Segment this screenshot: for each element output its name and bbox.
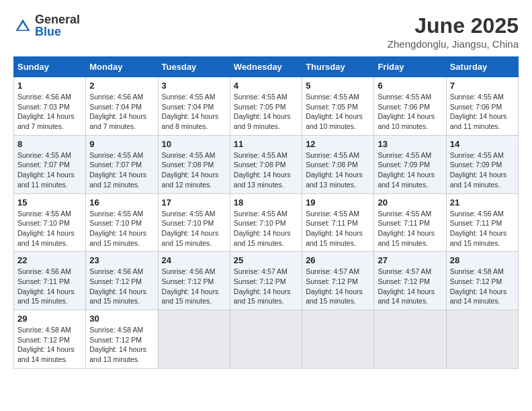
logo-general: General bbox=[35, 13, 80, 26]
day-info-2-2: Sunrise: 4:55 AMSunset: 7:10 PMDaylight:… bbox=[162, 209, 226, 248]
cell-3-2: 24Sunrise: 4:56 AMSunset: 7:12 PMDayligh… bbox=[158, 252, 230, 310]
cell-4-3 bbox=[230, 310, 302, 369]
cell-0-2: 3Sunrise: 4:55 AMSunset: 7:04 PMDaylight… bbox=[158, 77, 230, 136]
cell-3-5: 27Sunrise: 4:57 AMSunset: 7:12 PMDayligh… bbox=[374, 252, 446, 310]
header-saturday: Saturday bbox=[446, 57, 518, 77]
day-number-2-0: 15 bbox=[17, 197, 82, 208]
month-title: June 2025 bbox=[388, 13, 519, 38]
day-number-0-2: 3 bbox=[162, 81, 226, 91]
cell-2-3: 18Sunrise: 4:55 AMSunset: 7:10 PMDayligh… bbox=[230, 193, 302, 252]
day-info-2-6: Sunrise: 4:56 AMSunset: 7:11 PMDaylight:… bbox=[450, 209, 515, 248]
day-number-1-1: 9 bbox=[89, 139, 154, 149]
day-number-3-0: 22 bbox=[17, 255, 82, 265]
cell-4-5 bbox=[374, 310, 446, 369]
week-row-3: 22Sunrise: 4:56 AMSunset: 7:11 PMDayligh… bbox=[14, 252, 519, 310]
cell-1-5: 13Sunrise: 4:55 AMSunset: 7:09 PMDayligh… bbox=[374, 135, 446, 193]
day-number-2-1: 16 bbox=[89, 197, 154, 208]
week-row-0: 1Sunrise: 4:56 AMSunset: 7:03 PMDaylight… bbox=[14, 77, 519, 136]
day-info-0-1: Sunrise: 4:56 AMSunset: 7:04 PMDaylight:… bbox=[89, 92, 154, 132]
day-number-0-4: 5 bbox=[306, 81, 370, 91]
day-number-1-6: 14 bbox=[450, 139, 515, 149]
week-row-1: 8Sunrise: 4:55 AMSunset: 7:07 PMDaylight… bbox=[14, 135, 519, 193]
day-info-2-1: Sunrise: 4:55 AMSunset: 7:10 PMDaylight:… bbox=[89, 209, 154, 248]
header-sunday: Sunday bbox=[14, 57, 86, 77]
day-info-1-6: Sunrise: 4:55 AMSunset: 7:09 PMDaylight:… bbox=[450, 150, 515, 190]
day-number-3-6: 28 bbox=[450, 255, 515, 265]
calendar-table: Sunday Monday Tuesday Wednesday Thursday… bbox=[13, 56, 519, 369]
cell-2-0: 15Sunrise: 4:55 AMSunset: 7:10 PMDayligh… bbox=[14, 193, 86, 252]
day-info-4-0: Sunrise: 4:58 AMSunset: 7:12 PMDaylight:… bbox=[17, 325, 82, 365]
cell-2-1: 16Sunrise: 4:55 AMSunset: 7:10 PMDayligh… bbox=[86, 193, 158, 252]
day-info-1-0: Sunrise: 4:55 AMSunset: 7:07 PMDaylight:… bbox=[17, 150, 82, 190]
day-info-1-3: Sunrise: 4:55 AMSunset: 7:08 PMDaylight:… bbox=[234, 150, 298, 190]
cell-1-3: 11Sunrise: 4:55 AMSunset: 7:08 PMDayligh… bbox=[230, 135, 302, 193]
header-tuesday: Tuesday bbox=[158, 57, 230, 77]
cell-4-0: 29Sunrise: 4:58 AMSunset: 7:12 PMDayligh… bbox=[14, 310, 86, 369]
day-info-4-1: Sunrise: 4:58 AMSunset: 7:12 PMDaylight:… bbox=[89, 325, 154, 365]
header-friday: Friday bbox=[374, 57, 446, 77]
cell-3-3: 25Sunrise: 4:57 AMSunset: 7:12 PMDayligh… bbox=[230, 252, 302, 310]
day-number-1-4: 12 bbox=[306, 139, 370, 149]
day-info-1-2: Sunrise: 4:55 AMSunset: 7:08 PMDaylight:… bbox=[162, 150, 226, 190]
day-info-2-4: Sunrise: 4:55 AMSunset: 7:11 PMDaylight:… bbox=[306, 209, 370, 248]
day-number-2-6: 21 bbox=[450, 197, 515, 208]
day-number-0-0: 1 bbox=[17, 81, 82, 91]
day-info-0-5: Sunrise: 4:55 AMSunset: 7:06 PMDaylight:… bbox=[378, 92, 442, 132]
day-number-2-5: 20 bbox=[378, 197, 442, 208]
day-number-4-0: 29 bbox=[17, 314, 82, 324]
day-info-3-2: Sunrise: 4:56 AMSunset: 7:12 PMDaylight:… bbox=[162, 267, 226, 306]
cell-0-6: 7Sunrise: 4:55 AMSunset: 7:06 PMDaylight… bbox=[446, 77, 518, 136]
cell-2-2: 17Sunrise: 4:55 AMSunset: 7:10 PMDayligh… bbox=[158, 193, 230, 252]
day-info-0-4: Sunrise: 4:55 AMSunset: 7:05 PMDaylight:… bbox=[306, 92, 370, 132]
cell-1-6: 14Sunrise: 4:55 AMSunset: 7:09 PMDayligh… bbox=[446, 135, 518, 193]
day-info-1-4: Sunrise: 4:55 AMSunset: 7:08 PMDaylight:… bbox=[306, 150, 370, 190]
day-number-0-5: 6 bbox=[378, 81, 442, 91]
logo: General Blue bbox=[13, 13, 80, 38]
header-thursday: Thursday bbox=[302, 57, 374, 77]
day-number-2-4: 19 bbox=[306, 197, 370, 208]
cell-3-4: 26Sunrise: 4:57 AMSunset: 7:12 PMDayligh… bbox=[302, 252, 374, 310]
cell-3-0: 22Sunrise: 4:56 AMSunset: 7:11 PMDayligh… bbox=[14, 252, 86, 310]
header-wednesday: Wednesday bbox=[230, 57, 302, 77]
cell-4-1: 30Sunrise: 4:58 AMSunset: 7:12 PMDayligh… bbox=[86, 310, 158, 369]
cell-0-1: 2Sunrise: 4:56 AMSunset: 7:04 PMDaylight… bbox=[86, 77, 158, 136]
day-info-2-0: Sunrise: 4:55 AMSunset: 7:10 PMDaylight:… bbox=[17, 209, 82, 248]
cell-1-0: 8Sunrise: 4:55 AMSunset: 7:07 PMDaylight… bbox=[14, 135, 86, 193]
day-info-3-4: Sunrise: 4:57 AMSunset: 7:12 PMDaylight:… bbox=[306, 267, 370, 306]
location-title: Zhengdonglu, Jiangsu, China bbox=[388, 38, 519, 50]
day-number-3-1: 23 bbox=[89, 255, 154, 265]
day-number-1-3: 11 bbox=[234, 139, 298, 149]
cell-1-2: 10Sunrise: 4:55 AMSunset: 7:08 PMDayligh… bbox=[158, 135, 230, 193]
day-info-2-3: Sunrise: 4:55 AMSunset: 7:10 PMDaylight:… bbox=[234, 209, 298, 248]
day-info-3-3: Sunrise: 4:57 AMSunset: 7:12 PMDaylight:… bbox=[234, 267, 298, 306]
cell-4-6 bbox=[446, 310, 518, 369]
day-number-1-2: 10 bbox=[162, 139, 226, 149]
cell-0-4: 5Sunrise: 4:55 AMSunset: 7:05 PMDaylight… bbox=[302, 77, 374, 136]
day-number-1-0: 8 bbox=[17, 139, 82, 149]
day-info-3-6: Sunrise: 4:58 AMSunset: 7:12 PMDaylight:… bbox=[450, 267, 515, 306]
day-info-0-0: Sunrise: 4:56 AMSunset: 7:03 PMDaylight:… bbox=[17, 92, 82, 132]
page-header: General Blue June 2025 Zhengdonglu, Jian… bbox=[13, 13, 519, 50]
day-info-0-2: Sunrise: 4:55 AMSunset: 7:04 PMDaylight:… bbox=[162, 92, 226, 132]
day-info-3-1: Sunrise: 4:56 AMSunset: 7:12 PMDaylight:… bbox=[89, 267, 154, 306]
cell-1-4: 12Sunrise: 4:55 AMSunset: 7:08 PMDayligh… bbox=[302, 135, 374, 193]
day-info-2-5: Sunrise: 4:55 AMSunset: 7:11 PMDaylight:… bbox=[378, 209, 442, 248]
day-number-2-2: 17 bbox=[162, 197, 226, 208]
cell-0-3: 4Sunrise: 4:55 AMSunset: 7:05 PMDaylight… bbox=[230, 77, 302, 136]
cell-3-1: 23Sunrise: 4:56 AMSunset: 7:12 PMDayligh… bbox=[86, 252, 158, 310]
week-row-4: 29Sunrise: 4:58 AMSunset: 7:12 PMDayligh… bbox=[14, 310, 519, 369]
day-number-3-2: 24 bbox=[162, 255, 226, 265]
day-number-3-4: 26 bbox=[306, 255, 370, 265]
cell-2-6: 21Sunrise: 4:56 AMSunset: 7:11 PMDayligh… bbox=[446, 193, 518, 252]
day-number-3-3: 25 bbox=[234, 255, 298, 265]
logo-icon bbox=[13, 17, 32, 36]
cell-0-0: 1Sunrise: 4:56 AMSunset: 7:03 PMDaylight… bbox=[14, 77, 86, 136]
header-monday: Monday bbox=[86, 57, 158, 77]
cell-3-6: 28Sunrise: 4:58 AMSunset: 7:12 PMDayligh… bbox=[446, 252, 518, 310]
day-number-0-6: 7 bbox=[450, 81, 515, 91]
cell-2-4: 19Sunrise: 4:55 AMSunset: 7:11 PMDayligh… bbox=[302, 193, 374, 252]
day-number-0-1: 2 bbox=[89, 81, 154, 91]
day-number-3-5: 27 bbox=[378, 255, 442, 265]
cell-4-4 bbox=[302, 310, 374, 369]
cell-2-5: 20Sunrise: 4:55 AMSunset: 7:11 PMDayligh… bbox=[374, 193, 446, 252]
